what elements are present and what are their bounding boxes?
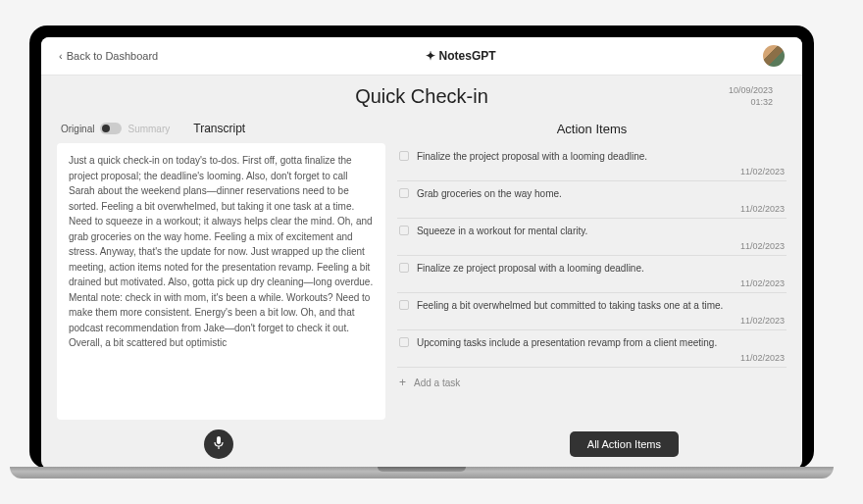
transcript-panel: Original Summary Transcript Just a quick… xyxy=(41,114,391,424)
action-item-date: 11/02/2023 xyxy=(399,278,785,288)
action-item-text: Squeeze in a workout for mental clarity. xyxy=(417,225,587,237)
add-task-button[interactable]: +Add a task xyxy=(397,368,787,397)
all-action-items-button[interactable]: All Action Items xyxy=(570,431,679,457)
back-label: Back to Dashboard xyxy=(67,50,159,62)
sparkle-icon: ✦ xyxy=(426,49,435,63)
microphone-icon xyxy=(214,436,224,453)
action-checkbox[interactable] xyxy=(399,263,409,273)
toggle-summary-label: Summary xyxy=(127,124,170,134)
action-item-date: 11/02/2023 xyxy=(399,353,785,363)
action-checkbox[interactable] xyxy=(399,151,409,161)
action-item-date: 11/02/2023 xyxy=(399,316,785,326)
plus-icon: + xyxy=(399,376,406,389)
top-bar: ‹ Back to Dashboard ✦ NotesGPT xyxy=(41,37,802,76)
action-items-list: Finalize the project proposal with a loo… xyxy=(397,144,787,420)
transcript-text: Just a quick check-in on today's to-dos.… xyxy=(57,143,385,420)
action-item-date: 11/02/2023 xyxy=(399,204,785,214)
back-to-dashboard-link[interactable]: ‹ Back to Dashboard xyxy=(59,50,158,62)
title-row: Quick Check-in 10/09/2023 01:32 xyxy=(41,76,802,114)
action-item-text: Grab groceries on the way home. xyxy=(417,187,562,200)
action-item-text: Finalize ze project proposal with a loom… xyxy=(417,262,644,275)
action-item-text: Feeling a bit overwhelmed but committed … xyxy=(417,299,723,312)
avatar[interactable] xyxy=(763,45,785,67)
transcript-section-label: Transcript xyxy=(193,122,245,135)
action-item-date: 11/02/2023 xyxy=(399,241,785,251)
action-checkbox[interactable] xyxy=(399,337,409,347)
original-summary-toggle[interactable] xyxy=(100,123,122,134)
note-time: 01:32 xyxy=(729,97,773,109)
chevron-left-icon: ‹ xyxy=(59,50,63,62)
action-item: Upcoming tasks include a presentation re… xyxy=(397,330,787,368)
note-date: 10/09/2023 xyxy=(729,85,773,97)
note-meta: 10/09/2023 01:32 xyxy=(729,85,773,108)
add-task-label: Add a task xyxy=(414,378,460,388)
action-checkbox[interactable] xyxy=(399,300,409,310)
action-item: Squeeze in a workout for mental clarity.… xyxy=(397,219,787,256)
action-items-title: Action Items xyxy=(401,122,783,136)
action-item: Grab groceries on the way home. 11/02/20… xyxy=(397,181,787,219)
brand-logo: ✦ NotesGPT xyxy=(426,49,496,63)
action-checkbox[interactable] xyxy=(399,188,409,198)
action-checkbox[interactable] xyxy=(399,226,409,235)
toggle-original-label: Original xyxy=(61,124,94,134)
action-item: Finalize the project proposal with a loo… xyxy=(397,144,787,181)
action-item: Finalize ze project proposal with a loom… xyxy=(397,256,787,293)
record-button[interactable] xyxy=(204,429,233,459)
action-item-date: 11/02/2023 xyxy=(399,167,785,176)
page-title: Quick Check-in xyxy=(355,85,488,108)
svg-rect-0 xyxy=(217,436,221,444)
action-item: Feeling a bit overwhelmed but committed … xyxy=(397,293,787,330)
action-items-panel: Action Items Finalize the project propos… xyxy=(391,114,802,424)
action-item-text: Finalize the project proposal with a loo… xyxy=(417,150,647,163)
action-item-text: Upcoming tasks include a presentation re… xyxy=(417,336,717,349)
brand-name: NotesGPT xyxy=(439,49,496,63)
